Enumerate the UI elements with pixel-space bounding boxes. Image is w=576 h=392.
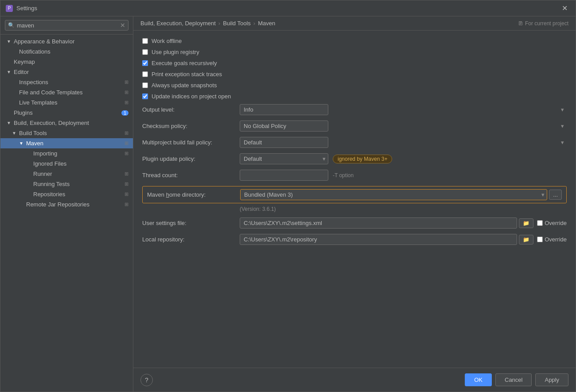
multiproject-fail-select[interactable]: Default At End Never Fail Fast (240, 137, 328, 148)
search-input[interactable] (17, 22, 120, 29)
checkbox-execute-goals-row: Execute goals recursively (142, 60, 567, 66)
sidebar-item-ignored-files[interactable]: Ignored Files (0, 159, 133, 169)
sidebar-item-label: Editor (14, 69, 128, 75)
maven-home-browse-button[interactable]: ... (549, 190, 562, 200)
config-icon: ⊞ (125, 181, 128, 187)
maven-home-directory-row: Maven home directory: Bundled (Maven 3) … (142, 186, 567, 203)
sidebar-item-label: Inspections (19, 79, 123, 85)
project-icon: 🖹 (518, 20, 523, 27)
footer: ? OK Cancel Apply (133, 368, 576, 392)
search-clear-icon[interactable]: ✕ (120, 22, 125, 29)
print-exception-label: Print exception stack traces (152, 71, 222, 78)
cancel-button[interactable]: Cancel (495, 373, 532, 386)
user-settings-input[interactable] (240, 217, 517, 229)
plugin-update-policy-select-wrapper: Default Always Daily Never ▾ (240, 153, 328, 164)
sidebar-item-live-templates[interactable]: Live Templates ⊞ (0, 97, 133, 108)
checksum-policy-label: Checksum policy: (142, 123, 240, 129)
local-repository-input[interactable] (240, 234, 517, 245)
sidebar-item-remote-jar-repositories[interactable]: Remote Jar Repositories ⊞ (0, 199, 133, 210)
sidebar-item-label: File and Code Templates (19, 89, 123, 96)
output-level-select[interactable]: Info Quiet Debug (240, 104, 328, 115)
local-repository-label: Local repository: (142, 236, 240, 243)
execute-goals-checkbox[interactable] (142, 60, 148, 66)
sidebar-item-plugins[interactable]: Plugins 1 (0, 108, 133, 118)
config-icon: ⊞ (125, 130, 128, 136)
sidebar-item-appearance-behavior[interactable]: ▼ Appearance & Behavior (0, 36, 133, 47)
update-indices-label: Update indices on project open (152, 93, 231, 100)
checkbox-print-exception-row: Print exception stack traces (142, 71, 567, 78)
local-repository-browse-button[interactable]: 📁 (519, 235, 533, 245)
config-icon: ⊞ (125, 140, 128, 146)
output-level-select-wrapper: Info Quiet Debug ▾ (240, 104, 567, 115)
sidebar-item-file-code-templates[interactable]: File and Code Templates ⊞ (0, 87, 133, 97)
user-settings-browse-button[interactable]: 📁 (519, 218, 533, 228)
close-button[interactable]: ✕ (559, 3, 570, 13)
user-settings-override-checkbox[interactable] (537, 220, 543, 226)
thread-count-input[interactable] (240, 170, 328, 181)
ok-button[interactable]: OK (465, 373, 492, 386)
checksum-policy-row: Checksum policy: No Global Policy Warn F… (142, 120, 567, 132)
sidebar-item-label: Notifications (19, 48, 128, 55)
config-icon: ⊞ (125, 100, 128, 105)
sidebar-item-runner[interactable]: Runner ⊞ (0, 169, 133, 179)
user-settings-override-label: Override (545, 220, 567, 226)
apply-button[interactable]: Apply (535, 373, 568, 386)
plugin-badge: 1 (121, 110, 128, 116)
expand-icon: ▼ (7, 39, 12, 44)
local-repository-override-label: Override (545, 236, 567, 243)
sidebar: 🔍 ✕ ▼ Appearance & Behavior Notification… (0, 16, 133, 392)
sidebar-item-importing[interactable]: Importing ⊞ (0, 148, 133, 159)
sidebar-item-build-execution[interactable]: ▼ Build, Execution, Deployment (0, 118, 133, 128)
thread-count-control: -T option (240, 170, 567, 181)
main-content: 🔍 ✕ ▼ Appearance & Behavior Notification… (0, 16, 576, 392)
sidebar-item-label: Build Tools (19, 130, 123, 136)
checkbox-work-offline-row: Work offline (142, 38, 567, 44)
nav-tree: ▼ Appearance & Behavior Notifications Ke… (0, 35, 133, 392)
print-exception-checkbox[interactable] (142, 71, 148, 77)
expand-icon: ▼ (7, 120, 12, 125)
search-box: 🔍 ✕ (0, 16, 133, 35)
settings-dialog: P Settings ✕ 🔍 ✕ ▼ Appearance & Behavior (0, 0, 576, 392)
local-repository-override-checkbox[interactable] (537, 237, 543, 242)
breadcrumb-part-1: Build, Execution, Deployment (140, 20, 216, 27)
use-plugin-registry-checkbox[interactable] (142, 49, 148, 55)
chevron-down-icon: ▾ (561, 123, 564, 129)
plugin-update-policy-row: Plugin update policy: Default Always Dai… (142, 153, 567, 164)
config-icon: ⊞ (125, 171, 128, 177)
sidebar-item-label: Remote Jar Repositories (26, 201, 123, 208)
sidebar-item-label: Running Tests (33, 181, 123, 187)
sidebar-item-running-tests[interactable]: Running Tests ⊞ (0, 179, 133, 189)
config-icon: ⊞ (125, 191, 128, 197)
multiproject-fail-select-wrapper: Default At End Never Fail Fast ▾ (240, 137, 567, 148)
multiproject-fail-control: Default At End Never Fail Fast ▾ (240, 137, 567, 148)
update-indices-checkbox[interactable] (142, 93, 148, 99)
always-update-checkbox[interactable] (142, 82, 148, 88)
checksum-policy-select[interactable]: No Global Policy Warn Fail Ignore (240, 120, 328, 132)
help-button[interactable]: ? (140, 374, 153, 386)
plugin-update-policy-select[interactable]: Default Always Daily Never (240, 153, 328, 164)
config-icon: ⊞ (125, 79, 128, 85)
sidebar-item-repositories[interactable]: Repositories ⊞ (0, 189, 133, 199)
sidebar-item-editor[interactable]: ▼ Editor (0, 67, 133, 77)
output-level-control: Info Quiet Debug ▾ (240, 104, 567, 115)
sidebar-item-inspections[interactable]: Inspections ⊞ (0, 77, 133, 87)
user-settings-override-wrapper: Override (537, 220, 567, 226)
sidebar-item-label: Plugins (14, 109, 120, 116)
sidebar-item-keymap[interactable]: Keymap (0, 57, 133, 67)
checkbox-update-indices-row: Update indices on project open (142, 93, 567, 100)
work-offline-checkbox[interactable] (142, 38, 148, 44)
sidebar-item-notifications[interactable]: Notifications (0, 47, 133, 57)
checkbox-use-plugin-registry-row: Use plugin registry (142, 49, 567, 55)
multiproject-fail-label: Multiproject build fail policy: (142, 139, 240, 146)
t-option-label: -T option (333, 172, 354, 179)
checksum-policy-select-wrapper: No Global Policy Warn Fail Ignore ▾ (240, 120, 567, 132)
breadcrumb-sep-1: › (218, 20, 220, 27)
sidebar-item-maven[interactable]: ▼ Maven ⊞ (0, 138, 133, 148)
ignored-by-maven-badge: ignored by Maven 3+ (333, 155, 392, 163)
sidebar-item-build-tools[interactable]: ▼ Build Tools ⊞ (0, 128, 133, 138)
config-icon: ⊞ (125, 89, 128, 95)
sidebar-item-label: Importing (33, 150, 123, 157)
maven-home-select[interactable]: Bundled (Maven 3) Custom... (240, 189, 547, 200)
dialog-title: Settings (16, 5, 559, 12)
breadcrumb-part-3: Maven (258, 20, 275, 27)
